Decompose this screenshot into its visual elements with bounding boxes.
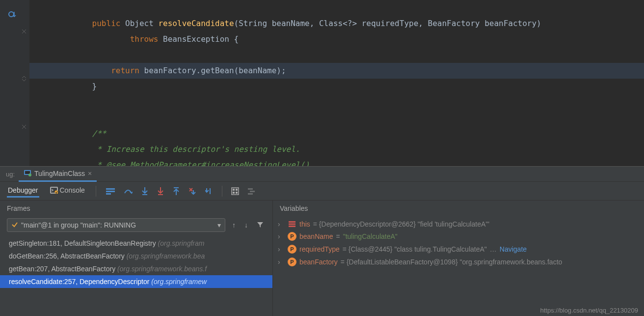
code-line[interactable]: [29, 94, 644, 110]
code-line[interactable]: [29, 110, 644, 126]
step-out-icon[interactable]: [173, 187, 180, 196]
svg-rect-10: [142, 194, 147, 195]
svg-rect-22: [289, 221, 295, 223]
svg-rect-9: [106, 193, 111, 195]
code-area[interactable]: public Object resolveCandidate(String be…: [29, 0, 644, 166]
force-step-into-icon[interactable]: [157, 187, 164, 196]
navigate-link[interactable]: Navigate: [500, 245, 527, 253]
variable-row[interactable]: ›P beanName = "tulingCalculateA": [273, 230, 644, 243]
svg-rect-15: [233, 189, 235, 191]
svg-rect-18: [236, 192, 238, 194]
code-line[interactable]: /**: [29, 126, 644, 142]
code-line[interactable]: * @see MethodParameter#increaseNestingLe…: [29, 157, 644, 166]
prev-frame-button[interactable]: ↑: [230, 219, 238, 231]
frame-item[interactable]: getBean:207, AbstractBeanFactory (org.sp…: [0, 262, 272, 275]
trace-icon[interactable]: [248, 187, 256, 195]
frame-item[interactable]: doGetBean:256, AbstractBeanFactory (org.…: [0, 250, 272, 262]
editor-gutter: [0, 0, 29, 166]
watermark: https://blog.csdn.net/qq_22130209: [540, 307, 639, 314]
frame-list[interactable]: getSingleton:181, DefaultSingletonBeanRe…: [0, 237, 272, 316]
evaluate-expression-icon[interactable]: [231, 187, 239, 195]
variables-title: Variables: [273, 201, 644, 216]
fold-icon[interactable]: [22, 123, 27, 131]
code-line[interactable]: * Increase this descriptor's nesting lev…: [29, 142, 644, 157]
svg-rect-13: [210, 188, 211, 194]
variables-panel: Variables › this = {DependencyDescriptor…: [273, 201, 644, 316]
svg-rect-23: [289, 224, 295, 225]
code-line[interactable]: return beanFactory.getBean(beanName);: [29, 63, 644, 79]
debug-toolbar: Debugger Console: [0, 182, 644, 201]
tab-debugger[interactable]: Debugger: [7, 184, 39, 198]
run-to-cursor-icon[interactable]: [205, 187, 213, 195]
run-config-name: TulingMainClass: [34, 170, 85, 177]
svg-rect-24: [289, 226, 295, 227]
chevron-down-icon: ▾: [217, 221, 221, 229]
thread-selector[interactable]: "main"@1 in group "main": RUNNING ▾: [7, 218, 225, 232]
tab-console[interactable]: Console: [49, 184, 86, 198]
step-into-icon[interactable]: [141, 187, 148, 196]
show-execution-point-icon[interactable]: [106, 188, 115, 195]
expand-icon[interactable]: ›: [278, 258, 285, 266]
svg-rect-17: [233, 192, 235, 194]
next-frame-button[interactable]: ↓: [242, 219, 250, 231]
svg-rect-16: [236, 189, 238, 191]
code-line[interactable]: throws BeansException {: [29, 31, 644, 47]
frames-title: Frames: [0, 201, 272, 216]
check-icon: [11, 221, 18, 230]
drop-frame-icon[interactable]: [188, 187, 196, 195]
svg-rect-21: [248, 193, 253, 195]
code-line[interactable]: public Object resolveCandidate(String be…: [29, 16, 644, 31]
svg-rect-7: [106, 188, 115, 190]
frames-panel: Frames "main"@1 in group "main": RUNNING…: [0, 201, 273, 316]
run-config-icon: [24, 169, 31, 178]
code-editor[interactable]: public Object resolveCandidate(String be…: [0, 0, 644, 166]
frame-item[interactable]: getSingleton:181, DefaultSingletonBeanRe…: [0, 237, 272, 250]
expand-icon[interactable]: ›: [278, 220, 285, 228]
step-over-icon[interactable]: [124, 187, 133, 195]
thread-name: "main"@1 in group "main": RUNNING: [21, 221, 136, 229]
svg-point-3: [28, 173, 31, 176]
separator: [96, 186, 96, 197]
expand-icon[interactable]: ›: [278, 232, 285, 240]
fold-end-icon[interactable]: [22, 75, 27, 83]
run-label: ug:: [2, 171, 19, 178]
svg-rect-11: [158, 194, 163, 195]
code-line[interactable]: [29, 0, 644, 16]
filter-frames-button[interactable]: [255, 219, 266, 231]
run-config-tab[interactable]: TulingMainClass ×: [19, 166, 97, 182]
code-line[interactable]: }: [29, 79, 644, 94]
variable-row[interactable]: › this = {DependencyDescriptor@2662} "fi…: [273, 218, 644, 230]
code-line[interactable]: [29, 47, 644, 63]
expand-icon[interactable]: ›: [278, 245, 285, 253]
svg-rect-2: [25, 171, 30, 174]
variable-row[interactable]: ›P requiredType = {Class@2445} "class tu…: [273, 243, 644, 256]
run-tab-bar: ug: TulingMainClass ×: [0, 166, 644, 182]
svg-rect-8: [106, 191, 115, 192]
separator: [222, 186, 222, 197]
svg-rect-12: [174, 187, 179, 188]
debug-body: Frames "main"@1 in group "main": RUNNING…: [0, 201, 644, 316]
variable-list[interactable]: › this = {DependencyDescriptor@2662} "fi…: [273, 216, 644, 270]
frame-item[interactable]: resolveCandidate:257, DependencyDescript…: [0, 275, 272, 288]
svg-rect-19: [248, 188, 253, 190]
override-icon[interactable]: [8, 10, 17, 20]
variable-row[interactable]: ›P beanFactory = {DefaultListableBeanFac…: [273, 256, 644, 268]
fold-icon[interactable]: [22, 28, 27, 35]
svg-rect-20: [250, 191, 255, 192]
close-icon[interactable]: ×: [88, 170, 92, 177]
